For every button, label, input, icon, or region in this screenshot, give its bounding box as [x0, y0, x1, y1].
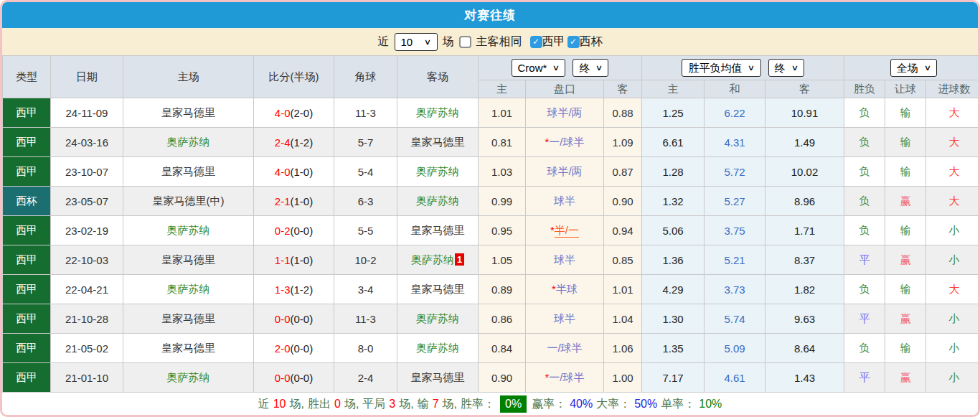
league-cup-label[interactable]: 西杯	[580, 34, 603, 50]
home-team-cell: 皇家马德里	[123, 245, 254, 275]
away-team-name: 奥萨苏纳	[416, 342, 459, 354]
result-handicap: 赢	[885, 304, 926, 334]
head-to-head-panel: 对赛往绩 近 10 ∨ 场 主客相同 西甲 西杯 类型 日期	[0, 0, 980, 417]
score-cell: 0-0(0-0)	[254, 304, 334, 334]
match-row: 西甲 23-02-19 奥萨苏纳 0-2(0-0) 5-5 皇家马德里 0.95…	[3, 216, 980, 245]
col-header-corner: 角球	[334, 56, 397, 98]
odds-home: 0.81	[479, 128, 526, 157]
avg-draw-odds: 4.31	[705, 128, 765, 157]
h2h-table: 类型 日期 主场 比分(半场) 角球 客场 Crow* ∨ 终 ∨	[2, 55, 980, 393]
col-header-away: 客场	[397, 56, 479, 98]
match-row: 西杯 23-05-07 皇家马德里(中) 2-1(1-0) 6-3 奥萨苏纳 0…	[3, 187, 980, 216]
home-team-name: 奥萨苏纳	[167, 136, 210, 148]
odds-home: 0.99	[479, 187, 526, 216]
avg-home-odds: 6.61	[642, 128, 705, 157]
away-team-name: 皇家马德里	[411, 283, 465, 295]
halftime-score: (0-0)	[291, 225, 314, 237]
away-team-name: 奥萨苏纳	[411, 253, 454, 266]
match-row: 西甲 21-01-10 奥萨苏纳 0-0(0-0) 2-4 皇家马德里 0.90…	[3, 363, 980, 393]
odds-home: 1.03	[479, 157, 526, 187]
halftime-score: (1-2)	[291, 136, 314, 149]
avg-away-odds: 10.91	[765, 98, 844, 128]
result-wdl: 负	[844, 98, 885, 128]
handicap-value: 球半	[554, 195, 575, 207]
away-team-name: 皇家马德里	[411, 136, 465, 148]
odds-away: 1.04	[604, 304, 642, 334]
avg-home-odds: 1.36	[642, 245, 705, 275]
avg-home-odds: 7.17	[642, 363, 705, 393]
odds-home: 0.86	[479, 304, 526, 334]
games-count-select[interactable]: 10 ∨	[395, 33, 438, 51]
big-rate-value: 50%	[634, 398, 657, 411]
match-type-cell: 西杯	[3, 187, 51, 216]
result-goals: 小	[926, 363, 980, 393]
odds-stage-select[interactable]: 终 ∨	[573, 59, 608, 77]
avg-home-odds: 1.32	[642, 187, 705, 216]
match-row: 西甲 22-04-21 奥萨苏纳 1-3(1-2) 3-4 皇家马德里 0.89…	[3, 275, 980, 304]
result-wdl: 平	[844, 304, 885, 334]
fulltime-score: 1-3	[275, 284, 291, 296]
match-date: 24-11-09	[51, 98, 123, 128]
avg-group-header: 胜平负均值 ∨ 终 ∨	[642, 56, 844, 80]
same-venue-label[interactable]: 主客相同	[476, 34, 522, 50]
single-rate-value: 10%	[699, 398, 722, 411]
handicap-value: 球半/两	[547, 165, 582, 177]
result-handicap: 赢	[885, 187, 926, 216]
col-header-score: 比分(半场)	[254, 56, 334, 98]
avg-select[interactable]: 胜平负均值 ∨	[682, 59, 760, 77]
result-wdl: 负	[844, 216, 885, 245]
score-cell: 2-1(1-0)	[254, 187, 334, 216]
avg-away-odds: 1.49	[765, 128, 844, 157]
match-type-cell: 西甲	[3, 157, 51, 187]
same-venue-checkbox[interactable]	[459, 36, 471, 48]
match-rows: 西甲 24-11-09 皇家马德里 4-0(2-0) 11-3 奥萨苏纳 1.0…	[3, 98, 980, 393]
avg-home-odds: 4.29	[642, 275, 705, 304]
scope-select[interactable]: 全场 ∨	[890, 59, 937, 77]
avg-home-odds: 5.06	[642, 216, 705, 245]
handicap-cell: 一/球半	[526, 334, 604, 363]
handicap-cell: *一/球半	[526, 363, 604, 393]
avg-draw-odds: 3.73	[705, 275, 765, 304]
odds-provider-select[interactable]: Crow* ∨	[512, 59, 566, 77]
avg-draw-odds: 5.72	[705, 157, 765, 187]
subcol-odds-away: 客	[604, 80, 642, 98]
away-team-name: 皇家马德里	[411, 371, 465, 383]
summary-recent-label: 近	[258, 397, 270, 412]
chevron-down-icon: ∨	[595, 61, 603, 75]
score-cell: 0-0(0-0)	[254, 363, 334, 393]
match-date: 22-10-03	[51, 245, 123, 275]
avg-draw-odds: 4.61	[705, 363, 765, 393]
home-team-cell: 奥萨苏纳	[123, 363, 254, 393]
home-team-cell: 皇家马德里	[123, 334, 254, 363]
result-handicap: 赢	[885, 363, 926, 393]
home-team-name: 奥萨苏纳	[167, 224, 210, 236]
league-liga-label[interactable]: 西甲	[542, 34, 565, 50]
league-liga-checkbox[interactable]	[530, 36, 542, 48]
handicap-value: 一/球半	[549, 136, 584, 148]
match-row: 西甲 24-11-09 皇家马德里 4-0(2-0) 11-3 奥萨苏纳 1.0…	[3, 98, 980, 128]
fulltime-score: 0-0	[275, 372, 291, 384]
summary-win-suffix: 场,	[344, 397, 359, 412]
match-date: 23-05-07	[51, 187, 123, 216]
summary-draw-suffix: 场,	[399, 397, 413, 412]
games-label: 场	[443, 34, 454, 50]
result-wdl: 负	[844, 275, 885, 304]
match-row: 西甲 24-03-16 奥萨苏纳 2-4(1-2) 5-7 皇家马德里 0.81…	[3, 128, 980, 157]
fulltime-score: 2-0	[275, 342, 291, 355]
odds-home: 0.90	[479, 363, 526, 393]
avg-stage-select[interactable]: 终 ∨	[768, 59, 804, 77]
subcol-result: 胜负	[844, 80, 885, 98]
avg-away-odds: 8.96	[765, 187, 844, 216]
match-type-cell: 西甲	[3, 128, 51, 157]
result-handicap: 赢	[885, 245, 926, 275]
chevron-down-icon: ∨	[552, 61, 560, 75]
match-date: 21-10-28	[51, 304, 123, 334]
league-cup-checkbox[interactable]	[567, 36, 580, 48]
fulltime-score: 0-2	[275, 225, 291, 237]
halftime-score: (1-2)	[291, 284, 314, 296]
odds-away: 0.85	[604, 245, 642, 275]
halftime-score: (1-0)	[291, 254, 314, 266]
score-cell: 0-2(0-0)	[254, 216, 334, 245]
away-team-cell: 皇家马德里	[397, 128, 479, 157]
match-date: 22-04-21	[51, 275, 123, 304]
